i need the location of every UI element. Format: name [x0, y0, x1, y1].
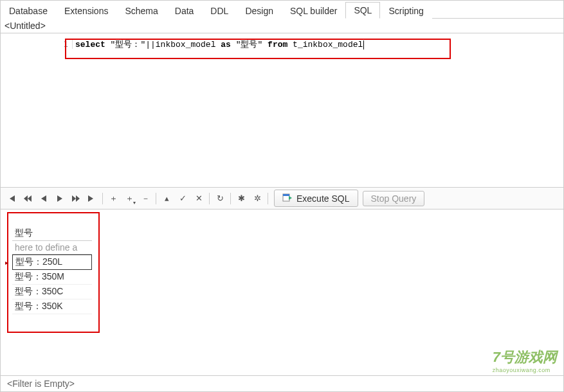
editor-title: <Untitled> — [1, 19, 563, 33]
current-row-marker-icon: ▸ — [5, 259, 8, 266]
edit-record-button[interactable]: ▴ — [159, 192, 174, 206]
code-frag: "型号："||inkbox_model — [105, 40, 221, 49]
cell-value: 型号：350M — [15, 271, 64, 281]
last-record-button[interactable] — [85, 192, 99, 206]
prev-record-button[interactable] — [37, 192, 51, 206]
stop-label: Stop Query — [371, 193, 417, 204]
goto-bookmark-button[interactable]: ✲ — [250, 192, 264, 206]
tab-scripting[interactable]: Scripting — [380, 3, 432, 19]
execute-icon — [282, 192, 293, 204]
table-row[interactable]: 型号：350K — [12, 299, 92, 314]
kw-as: as — [221, 40, 231, 49]
sql-editor[interactable]: 1 select "型号："||inkbox_model as "型号" fro… — [1, 33, 563, 188]
tab-design[interactable]: Design — [237, 3, 282, 19]
refresh-button[interactable]: ↻ — [213, 192, 227, 206]
svg-rect-1 — [283, 194, 289, 196]
watermark: 7号游戏网 zhaoyouxiwang.com — [493, 348, 557, 373]
execute-label: Execute SQL — [296, 193, 350, 204]
next-record-button[interactable] — [53, 192, 67, 206]
tab-schema[interactable]: Schema — [116, 3, 166, 19]
separator — [156, 193, 156, 204]
stop-query-button[interactable]: Stop Query — [363, 191, 425, 206]
insert-record-button[interactable]: ＋ — [106, 192, 120, 206]
tab-database[interactable]: Database — [1, 3, 56, 19]
separator — [209, 193, 210, 204]
watermark-sub: zhaoyouxiwang.com — [493, 367, 557, 373]
editor-line: 1 select "型号："||inkbox_model as "型号" fro… — [1, 39, 563, 50]
tab-ddl[interactable]: DDL — [202, 3, 237, 19]
append-record-button[interactable]: ＋▾ — [122, 192, 136, 206]
kw-from: from — [268, 40, 287, 49]
code-frag: t_inkbox_model — [287, 40, 363, 49]
text-cursor — [363, 40, 364, 49]
kw-select: select — [75, 40, 105, 49]
results-panel: 型号 here to define a ▸ 型号：250L 型号：350M 型号… — [1, 209, 563, 377]
cell-value: 型号：350K — [15, 301, 63, 311]
post-edit-button[interactable]: ✓ — [176, 192, 190, 206]
main-tabs: Database Extensions Schema Data DDL Desi… — [1, 1, 563, 19]
code-frag: "型号" — [231, 40, 268, 49]
separator — [102, 193, 103, 204]
table-row[interactable]: 型号：350M — [12, 270, 92, 285]
tab-data[interactable]: Data — [167, 3, 203, 19]
results-toolbar: ＋ ＋▾ － ▴ ✓ ✕ ↻ ✱ ✲ Execute SQL Stop Quer… — [1, 188, 563, 209]
execute-sql-button[interactable]: Execute SQL — [274, 190, 358, 207]
column-header[interactable]: 型号 — [12, 226, 92, 241]
cell-value: 型号：250L — [15, 256, 62, 267]
line-number: 1 — [1, 39, 73, 49]
tab-sql[interactable]: SQL — [345, 2, 380, 19]
column-filter-hint[interactable]: here to define a — [12, 241, 92, 254]
next-page-button[interactable] — [69, 192, 83, 206]
sql-code[interactable]: select "型号："||inkbox_model as "型号" from … — [73, 39, 364, 50]
separator — [230, 193, 231, 204]
separator — [268, 193, 268, 204]
filter-status-bar[interactable]: <Filter is Empty> — [1, 375, 563, 391]
tab-sqlbuilder[interactable]: SQL builder — [282, 3, 345, 19]
first-record-button[interactable] — [5, 192, 19, 206]
prev-page-button[interactable] — [21, 192, 35, 206]
cancel-edit-button[interactable]: ✕ — [192, 192, 206, 206]
bookmark-button[interactable]: ✱ — [234, 192, 248, 206]
table-row[interactable]: 型号：350C — [12, 285, 92, 299]
watermark-text: 7号游戏网 — [493, 349, 557, 365]
delete-record-button[interactable]: － — [138, 192, 152, 206]
table-row[interactable]: ▸ 型号：250L — [12, 254, 92, 270]
tab-extensions[interactable]: Extensions — [56, 3, 116, 19]
cell-value: 型号：350C — [15, 286, 63, 296]
results-grid[interactable]: 型号 here to define a ▸ 型号：250L 型号：350M 型号… — [12, 226, 92, 314]
